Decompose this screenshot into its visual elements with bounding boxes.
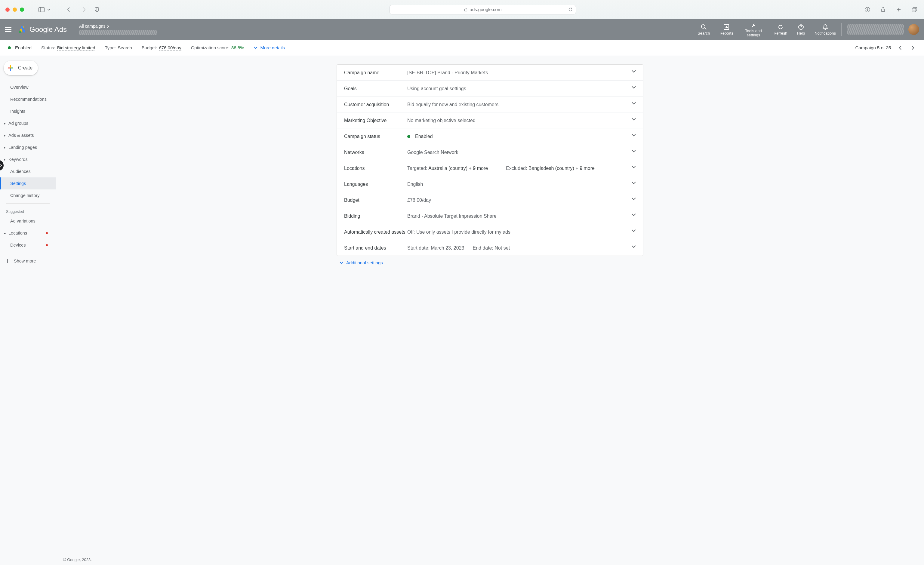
setting-value: £76.00/day	[407, 198, 431, 203]
help-icon	[798, 24, 804, 30]
status-budget: Budget: £76.00/day	[142, 45, 182, 51]
setting-label: Bidding	[344, 213, 407, 219]
header-help-button[interactable]: Help	[797, 24, 805, 36]
setting-label: Networks	[344, 149, 407, 155]
header-tools-settings-button[interactable]: Tools and settings	[743, 22, 764, 37]
setting-row-dates[interactable]: Start and end dates Start date: March 23…	[337, 240, 643, 256]
window-maximize-icon[interactable]	[20, 7, 24, 12]
setting-row-networks[interactable]: Networks Google Search Network	[337, 144, 643, 160]
sidebar-item-devices[interactable]: Devices	[0, 239, 56, 251]
header-tool-label: Reports	[720, 31, 733, 36]
window-minimize-icon[interactable]	[13, 7, 17, 12]
setting-row-locations[interactable]: Locations Targeted: Australia (country) …	[337, 160, 643, 176]
sidebar-item-label: Insights	[10, 109, 25, 114]
chevron-down-icon[interactable]	[45, 5, 53, 14]
sidebar-item-label: Overview	[10, 85, 28, 90]
setting-row-campaign-name[interactable]: Campaign name [SE-BR-TOP] Brand - Priori…	[337, 64, 643, 81]
sidebar-item-locations[interactable]: ▸Locations	[0, 227, 56, 239]
browser-back-button[interactable]	[64, 5, 73, 14]
header-reports-button[interactable]: Reports	[720, 24, 733, 36]
divider	[73, 23, 73, 36]
account-info-redacted[interactable]	[847, 24, 904, 34]
pager-prev-button[interactable]	[897, 43, 903, 52]
start-value: March 23, 2023	[431, 245, 464, 250]
sidebar-item-ad-variations[interactable]: Ad variations	[0, 215, 56, 227]
sidebar-item-label: Locations	[8, 231, 27, 235]
window-close-icon[interactable]	[5, 7, 10, 12]
sidebar-item-label: Ad variations	[10, 219, 36, 223]
tabs-overview-icon[interactable]	[910, 5, 919, 14]
reload-icon[interactable]	[568, 7, 573, 12]
setting-label: Automatically created assets	[344, 229, 407, 235]
breadcrumb[interactable]: All campaigns	[79, 24, 157, 28]
status-optimization: Optimization score: 88.8%	[191, 45, 244, 50]
more-details-button[interactable]: More details	[254, 45, 285, 50]
share-icon[interactable]	[879, 5, 887, 14]
privacy-shield-icon[interactable]	[93, 5, 101, 14]
url-bar[interactable]: ads.google.com	[390, 5, 576, 14]
sidebar-item-settings[interactable]: Settings	[0, 177, 56, 189]
chevron-down-icon	[632, 117, 636, 121]
sidebar-item-ads-assets[interactable]: ▸Ads & assets	[0, 129, 56, 141]
svg-point-6	[19, 31, 21, 33]
setting-row-languages[interactable]: Languages English	[337, 176, 643, 192]
sidebar: Create Overview Recommendations Insights…	[0, 56, 56, 565]
sidebar-item-ad-groups[interactable]: ▸Ad groups	[0, 117, 56, 129]
setting-label: Start and end dates	[344, 245, 407, 251]
new-tab-icon[interactable]	[894, 5, 903, 14]
settings-card: Campaign name [SE-BR-TOP] Brand - Priori…	[337, 64, 644, 256]
main-content: Campaign name [SE-BR-TOP] Brand - Priori…	[56, 56, 924, 565]
refresh-icon	[777, 24, 783, 30]
sidebar-show-more[interactable]: Show more	[0, 255, 56, 267]
google-ads-logo[interactable]: Google Ads	[18, 25, 67, 34]
setting-label: Customer acquisition	[344, 101, 407, 107]
excluded-label: Excluded:	[506, 166, 528, 171]
browser-chrome: ads.google.com	[0, 0, 924, 19]
sidebar-item-recommendations[interactable]: Recommendations	[0, 93, 56, 105]
setting-row-goals[interactable]: Goals Using account goal settings	[337, 81, 643, 96]
setting-row-auto-assets[interactable]: Automatically created assets Off: Use on…	[337, 224, 643, 240]
browser-forward-button[interactable]	[80, 5, 88, 14]
setting-label: Locations	[344, 165, 407, 171]
chevron-down-icon	[632, 165, 636, 168]
pager-next-button[interactable]	[910, 43, 916, 52]
sidebar-item-overview[interactable]: Overview	[0, 81, 56, 93]
type-label: Type:	[105, 45, 116, 50]
brand-text: Google Ads	[30, 25, 67, 34]
additional-settings-button[interactable]: Additional settings	[337, 256, 644, 270]
sidebar-item-insights[interactable]: Insights	[0, 105, 56, 117]
create-button[interactable]: Create	[4, 61, 38, 75]
status-value[interactable]: Bid strategy limited	[57, 45, 95, 51]
budget-label: Budget:	[142, 45, 157, 50]
downloads-icon[interactable]	[863, 5, 872, 14]
footer-copyright: © Google, 2023.	[63, 558, 924, 562]
sidebar-item-label: Change history	[10, 193, 40, 198]
budget-value[interactable]: £76.00/day	[159, 45, 181, 51]
setting-label: Goals	[344, 85, 407, 91]
svg-rect-5	[913, 7, 917, 11]
svg-rect-4	[912, 8, 916, 12]
setting-value: Bid equally for new and existing custome…	[407, 102, 498, 107]
sidebar-item-landing-pages[interactable]: ▸Landing pages	[0, 141, 56, 153]
header-refresh-button[interactable]: Refresh	[774, 24, 788, 36]
setting-row-bidding[interactable]: Bidding Brand - Absolute Target Impressi…	[337, 208, 643, 224]
avatar[interactable]	[908, 24, 919, 35]
header-notifications-button[interactable]: Notifications	[814, 24, 836, 36]
divider	[841, 23, 842, 36]
caret-right-icon: ▸	[4, 146, 6, 149]
setting-row-budget[interactable]: Budget £76.00/day	[337, 192, 643, 208]
setting-value: English	[407, 181, 423, 187]
setting-row-customer-acquisition[interactable]: Customer acquisition Bid equally for new…	[337, 96, 643, 112]
menu-icon[interactable]	[5, 27, 12, 32]
sidebar-item-keywords[interactable]: ▸Keywords	[0, 153, 56, 165]
search-icon	[701, 24, 707, 30]
svg-point-7	[701, 25, 705, 28]
end-value: Not set	[495, 245, 510, 250]
header-search-button[interactable]: Search	[698, 24, 710, 36]
header-tool-label: Refresh	[774, 31, 788, 36]
caret-right-icon: ▸	[4, 134, 6, 137]
setting-row-campaign-status[interactable]: Campaign status Enabled	[337, 128, 643, 144]
sidebar-item-audiences[interactable]: Audiences	[0, 165, 56, 177]
sidebar-item-change-history[interactable]: Change history	[0, 189, 56, 201]
setting-row-marketing-objective[interactable]: Marketing Objective No marketing objecti…	[337, 112, 643, 128]
